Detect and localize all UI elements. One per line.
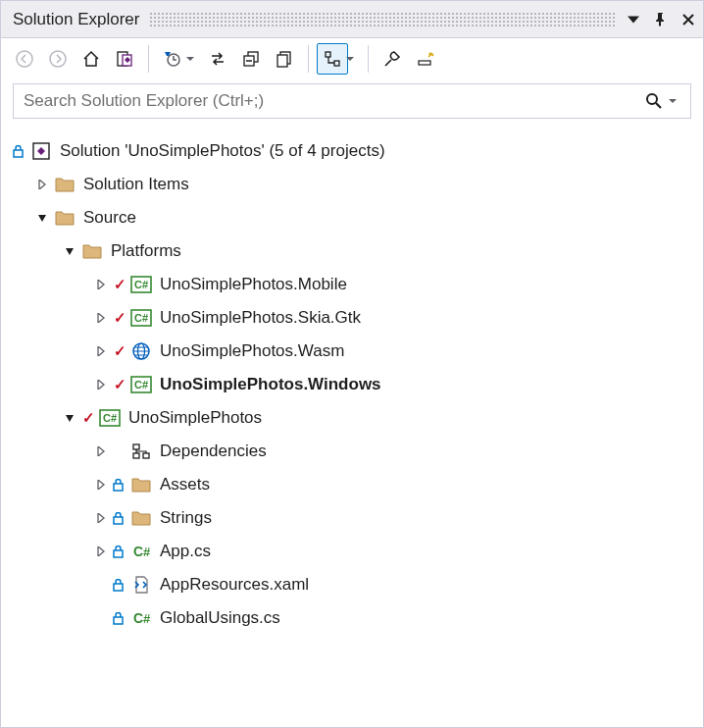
back-button[interactable] xyxy=(9,43,40,75)
titlebar-grip[interactable] xyxy=(149,12,617,27)
close-button[interactable] xyxy=(679,10,697,29)
collapse-icon[interactable] xyxy=(62,410,77,426)
toolbar xyxy=(1,38,703,79)
search-box[interactable] xyxy=(13,83,691,119)
csharp-icon: C# xyxy=(130,374,152,395)
solution-node[interactable]: Solution 'UnoSimplePhotos' (5 of 4 proje… xyxy=(9,134,703,168)
pin-button[interactable] xyxy=(652,10,670,29)
expand-icon[interactable] xyxy=(93,510,109,526)
node-label: Platforms xyxy=(111,241,181,261)
globalusings-node[interactable]: C# GlobalUsings.cs xyxy=(9,601,703,635)
globe-icon xyxy=(130,340,152,362)
lock-icon xyxy=(113,579,126,592)
appcs-node[interactable]: C# App.cs xyxy=(9,535,703,568)
expand-icon[interactable] xyxy=(93,377,109,392)
svg-rect-29 xyxy=(114,517,123,524)
svg-rect-26 xyxy=(143,453,149,458)
lock-icon xyxy=(13,145,26,158)
svg-text:C#: C# xyxy=(134,379,148,390)
sync-button[interactable] xyxy=(202,43,233,75)
node-label: GlobalUsings.cs xyxy=(160,608,280,628)
window-controls xyxy=(625,10,697,29)
preview-button[interactable] xyxy=(410,43,441,75)
folder-icon xyxy=(54,207,75,229)
node-label: UnoSimplePhotos.Windows xyxy=(160,375,381,394)
solution-icon xyxy=(30,140,52,162)
svg-text:#: # xyxy=(143,611,151,626)
svg-text:C: C xyxy=(133,544,143,559)
node-label: AppResources.xaml xyxy=(160,575,309,595)
solution-tree: Solution 'UnoSimplePhotos' (5 of 4 proje… xyxy=(1,127,703,635)
node-label: Assets xyxy=(160,475,210,494)
lock-icon xyxy=(113,479,126,492)
collapse-icon[interactable] xyxy=(62,243,77,259)
project-uno[interactable]: ✓ C# UnoSimplePhotos xyxy=(9,401,703,435)
svg-rect-33 xyxy=(114,584,123,591)
node-label: UnoSimplePhotos xyxy=(128,408,262,428)
titlebar: Solution Explorer xyxy=(1,1,703,38)
search-input[interactable] xyxy=(24,91,645,111)
expand-icon[interactable] xyxy=(93,343,109,359)
svg-text:#: # xyxy=(143,545,151,559)
csharp-file-icon: C# xyxy=(130,541,152,562)
dependencies-node[interactable]: Dependencies xyxy=(9,435,703,468)
properties-button[interactable] xyxy=(377,43,408,75)
folder-icon xyxy=(130,507,152,529)
svg-point-12 xyxy=(647,94,657,104)
node-label: Solution Items xyxy=(83,175,189,194)
expand-icon[interactable] xyxy=(34,177,50,192)
project-wasm[interactable]: ✓ UnoSimplePhotos.Wasm xyxy=(9,335,703,368)
svg-text:C#: C# xyxy=(134,312,148,324)
collapse-all-button[interactable] xyxy=(235,43,267,75)
separator xyxy=(368,45,369,73)
expand-icon[interactable] xyxy=(93,277,109,292)
node-label: UnoSimplePhotos.Wasm xyxy=(160,341,344,361)
separator xyxy=(308,45,309,73)
csharp-icon: C# xyxy=(99,407,121,429)
platforms-node[interactable]: Platforms xyxy=(9,234,703,268)
svg-text:C: C xyxy=(133,610,143,626)
lock-icon xyxy=(113,546,126,558)
search-icon[interactable] xyxy=(645,92,663,110)
svg-text:C#: C# xyxy=(103,412,117,424)
switch-view-button[interactable] xyxy=(109,43,140,75)
chevron-down-icon[interactable] xyxy=(669,97,679,105)
project-skia[interactable]: ✓ C# UnoSimplePhotos.Skia.Gtk xyxy=(9,301,703,335)
expand-icon[interactable] xyxy=(93,443,109,459)
show-all-files-button[interactable] xyxy=(269,43,300,75)
node-label: Strings xyxy=(160,508,212,528)
expand-icon[interactable] xyxy=(93,310,109,326)
source-node[interactable]: Source xyxy=(9,201,703,234)
check-icon: ✓ xyxy=(113,342,126,360)
folder-icon xyxy=(81,240,103,262)
lock-icon xyxy=(113,612,126,625)
svg-rect-9 xyxy=(326,52,330,57)
project-mobile[interactable]: ✓ C# UnoSimplePhotos.Mobile xyxy=(9,268,703,301)
preview-selected-button[interactable] xyxy=(317,43,348,75)
assets-node[interactable]: Assets xyxy=(9,468,703,501)
svg-rect-10 xyxy=(334,61,339,66)
svg-point-0 xyxy=(17,51,32,67)
svg-text:C#: C# xyxy=(134,279,148,290)
window-menu-button[interactable] xyxy=(625,10,642,29)
node-label: UnoSimplePhotos.Mobile xyxy=(160,275,347,294)
appxaml-node[interactable]: AppResources.xaml xyxy=(9,568,703,601)
strings-node[interactable]: Strings xyxy=(9,501,703,535)
project-windows[interactable]: ✓ C# UnoSimplePhotos.Windows xyxy=(9,368,703,401)
svg-rect-25 xyxy=(133,444,139,449)
chevron-down-icon[interactable] xyxy=(186,55,196,63)
svg-rect-30 xyxy=(114,550,123,557)
node-label: UnoSimplePhotos.Skia.Gtk xyxy=(160,308,361,328)
svg-rect-34 xyxy=(114,617,123,624)
expand-icon[interactable] xyxy=(93,477,109,493)
filter-pending-button[interactable] xyxy=(157,43,188,75)
xaml-icon xyxy=(130,574,152,596)
expand-icon[interactable] xyxy=(93,544,109,559)
node-label: Source xyxy=(83,208,136,228)
solution-items-node[interactable]: Solution Items xyxy=(9,168,703,201)
home-button[interactable] xyxy=(75,43,107,75)
forward-button[interactable] xyxy=(42,43,74,75)
collapse-icon[interactable] xyxy=(34,210,50,226)
chevron-down-icon[interactable] xyxy=(346,55,356,63)
csharp-icon: C# xyxy=(130,274,152,295)
